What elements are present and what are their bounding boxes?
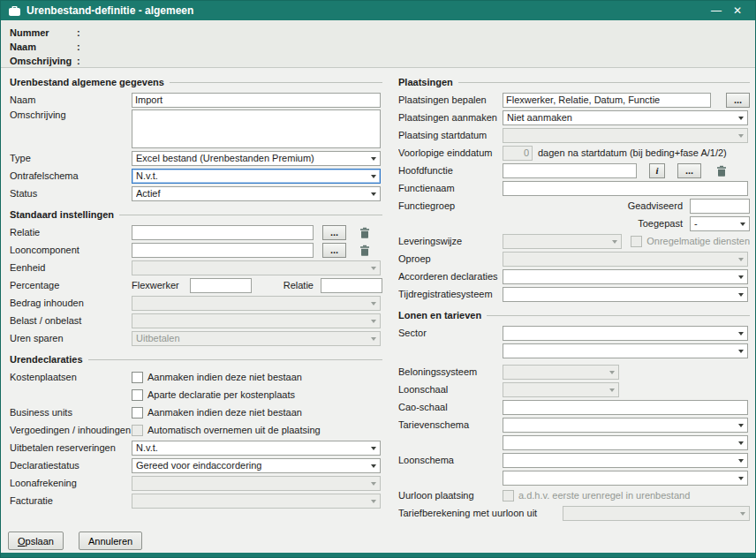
tariefberekening-select[interactable]: [563, 506, 750, 521]
vergoedingen-label: Vergoedingen / inhoudingen: [10, 425, 132, 435]
naam-input[interactable]: [132, 93, 381, 108]
declaratiestatus-select[interactable]: Gereed voor eindaccordering: [132, 458, 381, 473]
chevron-down-icon: [738, 350, 744, 353]
oproep-select[interactable]: [503, 252, 748, 267]
sector-label: Sector: [398, 328, 503, 338]
bedrag-inhouden-select[interactable]: [132, 296, 381, 311]
functiegroep-geadviseerd-input[interactable]: [690, 199, 750, 214]
plaatsing-startdatum-select[interactable]: [503, 128, 748, 143]
hoofdfunctie-row: Hoofdfunctie i ...: [398, 162, 750, 179]
looncomponent-browse-button[interactable]: ...: [322, 243, 346, 258]
kostenplaatsen-label: Kostenplaatsen: [10, 372, 132, 382]
uitbetalen-reserveringen-select[interactable]: N.v.t.: [132, 441, 381, 456]
percentage-relatie-input[interactable]: [321, 278, 382, 293]
status-select[interactable]: Actief: [132, 186, 381, 201]
minimize-button[interactable]: —: [706, 2, 727, 19]
sector-select-1[interactable]: [503, 326, 748, 341]
loonschaal-label: Loonschaal: [398, 384, 503, 395]
section-title: Urendeclaraties: [10, 354, 83, 365]
relatie-browse-button[interactable]: ...: [322, 225, 346, 240]
uitbetalen-reserveringen-label: Uitbetalen reserveringen: [10, 442, 132, 453]
omschrijving-colon: :: [77, 56, 84, 66]
loonschema-select-2[interactable]: [503, 471, 748, 486]
naam-row: Naam: [10, 91, 382, 109]
functiegroep-toegepast-select[interactable]: -: [690, 216, 750, 231]
uurloon-plaatsing-label: Uurloon plaatsing: [398, 490, 503, 501]
business-units-aanmaken-checkbox[interactable]: [132, 407, 143, 418]
chevron-down-icon: [371, 464, 376, 468]
nummer-info-row: Nummer :: [10, 26, 746, 40]
percentage-label: Percentage: [10, 280, 132, 290]
omschrijving-textarea[interactable]: [132, 109, 381, 148]
plaatsingen-bepalen-row: Plaatsingen bepalen ...: [398, 91, 750, 109]
cao-schaal-input[interactable]: [503, 400, 748, 415]
plaatsingen-bepalen-input[interactable]: [503, 93, 711, 108]
kostenplaatsen-aanmaken-checkbox[interactable]: [132, 372, 143, 383]
nummer-label: Nummer: [10, 27, 77, 38]
hoofdfunctie-browse-button[interactable]: ...: [677, 163, 701, 178]
uurloon-plaatsing-row: Uurloon plaatsing a.d.h.v. eerste urenre…: [398, 486, 750, 504]
loonafrekening-select[interactable]: [132, 476, 381, 491]
toegepast-label: Toegepast: [638, 218, 683, 229]
onregelmatige-diensten-checkbox[interactable]: [631, 236, 642, 247]
loonschema-select-1[interactable]: [503, 453, 748, 468]
save-button[interactable]: Opslaan: [8, 532, 64, 550]
tarievenschema-select-2[interactable]: [503, 435, 748, 450]
chevron-down-icon: [738, 134, 744, 138]
hoofdfunctie-delete-button[interactable]: [714, 163, 730, 178]
hoofdfunctie-input[interactable]: [503, 163, 637, 178]
percentage-flexwerker-input[interactable]: [190, 278, 252, 293]
business-units-label: Business units: [10, 407, 132, 418]
onregelmatige-diensten-checkbox-label: Onregelmatige diensten: [646, 236, 750, 246]
type-select[interactable]: Excel bestand (Urenbestanden Premium): [132, 151, 381, 166]
chevron-down-icon: [738, 293, 744, 297]
relatie-input[interactable]: [132, 225, 314, 240]
section-standaard-instellingen: Standaard instellingen: [10, 207, 382, 222]
status-row: Status Actief: [10, 185, 382, 202]
briefcase-icon: [9, 6, 20, 16]
accorderen-declaraties-select[interactable]: [503, 269, 748, 284]
ontrafelschema-select[interactable]: N.v.t.: [132, 169, 381, 184]
tarievenschema-select-1[interactable]: [503, 418, 748, 433]
looncomponent-delete-button[interactable]: [357, 243, 373, 258]
leveringswijze-row: Leveringswijze Onregelmatige diensten: [398, 232, 750, 250]
chevron-down-icon: [738, 258, 744, 261]
hoofdfunctie-info-button[interactable]: i: [649, 163, 665, 178]
uren-sparen-select[interactable]: Uitbetalen: [132, 331, 381, 346]
percentage-relatie-label: Relatie: [284, 280, 314, 290]
percentage-row: Percentage Flexwerker Relatie: [10, 276, 382, 294]
vergoedingen-overnemen-checkbox[interactable]: [132, 425, 143, 436]
relatie-delete-button[interactable]: [357, 225, 373, 240]
tarievenschema-label: Tarievenschema: [398, 419, 503, 430]
chevron-down-icon: [371, 320, 376, 323]
ontrafelschema-row: Ontrafelschema N.v.t.: [10, 167, 382, 185]
leveringswijze-select[interactable]: [503, 234, 622, 249]
cancel-button[interactable]: Annuleren: [79, 532, 142, 550]
sector-select-2[interactable]: [503, 343, 748, 358]
beloningssysteem-select[interactable]: [503, 365, 619, 380]
geadviseerd-label: Geadviseerd: [628, 200, 683, 211]
aparte-declaratie-checkbox-label: Aparte declaratie per kostenplaats: [147, 389, 295, 400]
uurloon-plaatsing-checkbox[interactable]: [503, 490, 514, 501]
plaatsingen-bepalen-browse-button[interactable]: ...: [726, 93, 750, 108]
close-button[interactable]: ✕: [727, 2, 748, 19]
plaatsing-startdatum-label: Plaatsing startdatum: [398, 130, 503, 140]
aparte-declaratie-checkbox[interactable]: [132, 389, 143, 401]
status-label: Status: [10, 188, 132, 199]
facturatie-row: Facturatie: [10, 492, 382, 509]
functienaam-input[interactable]: [503, 181, 748, 196]
belast-onbelast-label: Belast / onbelast: [10, 315, 132, 326]
loonschaal-select[interactable]: [503, 382, 619, 397]
looncomponent-input[interactable]: [132, 243, 314, 258]
declaratiestatus-label: Declaratiestatus: [10, 460, 132, 471]
plaatsingen-aanmaken-select[interactable]: Niet aanmaken: [503, 110, 748, 125]
tijdregistratiesysteem-select[interactable]: [503, 287, 748, 302]
belast-onbelast-select[interactable]: [132, 313, 381, 328]
uitbetalen-reserveringen-row: Uitbetalen reserveringen N.v.t.: [10, 439, 382, 456]
eenheid-row: Eenheid: [10, 259, 382, 276]
voorlopige-einddatum-input[interactable]: [503, 146, 533, 161]
chevron-down-icon: [371, 482, 376, 486]
facturatie-select[interactable]: [132, 494, 381, 509]
eenheid-select[interactable]: [132, 260, 381, 275]
loonschema-label: Loonschema: [398, 455, 503, 465]
